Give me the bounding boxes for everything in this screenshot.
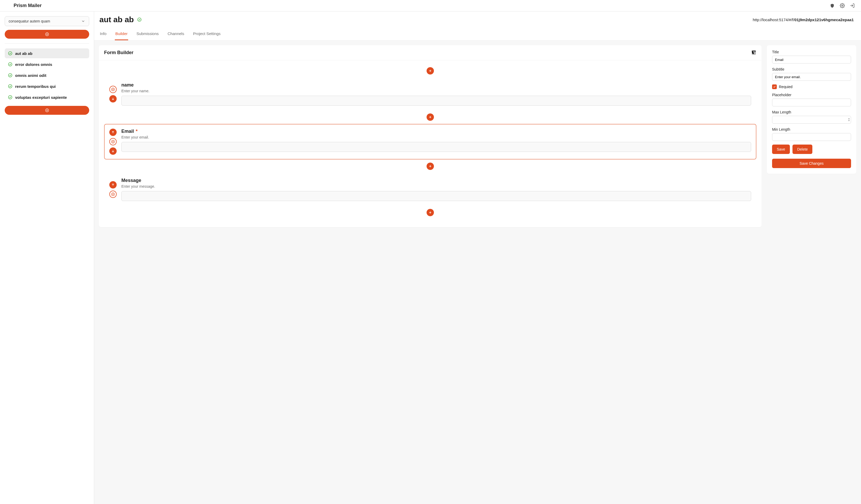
field-preview-input[interactable] bbox=[121, 191, 751, 201]
title-label: Title bbox=[772, 50, 851, 54]
field-title: Email * bbox=[121, 129, 751, 134]
subtitle-input[interactable] bbox=[772, 73, 851, 81]
svg-point-10 bbox=[112, 141, 113, 142]
field-main: Email *Enter your email. bbox=[121, 129, 751, 155]
check-circle-icon bbox=[8, 84, 13, 89]
sidebar-form-item[interactable]: voluptas excepturi sapiente bbox=[5, 92, 89, 102]
builder-body: nameEnter your name.Email *Enter your em… bbox=[99, 60, 762, 227]
builder-panel-title: Form Builder bbox=[104, 50, 133, 55]
title-input[interactable] bbox=[772, 56, 851, 64]
move-down-button[interactable] bbox=[109, 148, 117, 155]
sidebar-form-item[interactable]: aut ab ab bbox=[5, 48, 89, 58]
field-block[interactable]: nameEnter your name. bbox=[104, 78, 756, 110]
props-button-row: Save Delete bbox=[772, 144, 851, 154]
new-form-button[interactable] bbox=[5, 106, 89, 115]
sidebar-form-item[interactable]: rerum temporibus qui bbox=[5, 81, 89, 91]
sidebar-form-label: aut ab ab bbox=[15, 51, 32, 56]
arrow-up-icon bbox=[111, 183, 115, 187]
plus-icon bbox=[428, 164, 432, 168]
builder-panel-head: Form Builder bbox=[99, 45, 762, 60]
save-changes-button[interactable]: Save Changes bbox=[772, 159, 851, 168]
brand: Prism Mailer bbox=[6, 3, 42, 8]
tab-builder[interactable]: Builder bbox=[115, 29, 128, 40]
sidebar: consequatur autem quam aut ab aberror do… bbox=[0, 12, 94, 504]
properties-panel: Title Subtitle Requied Placehol bbox=[767, 45, 856, 174]
logout-icon[interactable] bbox=[849, 3, 855, 8]
gear-icon bbox=[111, 192, 115, 196]
move-down-button[interactable] bbox=[109, 95, 117, 102]
delete-button[interactable]: Delete bbox=[792, 144, 812, 154]
field-settings-button[interactable] bbox=[109, 191, 117, 198]
field-block[interactable]: Email *Enter your email. bbox=[104, 124, 756, 159]
add-field-button[interactable] bbox=[427, 67, 434, 74]
svg-point-8 bbox=[138, 18, 141, 22]
sidebar-form-item[interactable]: error dolores omnis bbox=[5, 59, 89, 69]
new-project-button[interactable] bbox=[5, 30, 89, 39]
svg-point-6 bbox=[8, 95, 12, 99]
plus-circle-icon bbox=[45, 32, 49, 36]
field-subtitle: Enter your email. bbox=[121, 135, 751, 139]
plus-icon bbox=[428, 69, 432, 73]
body: consequatur autem quam aut ab aberror do… bbox=[0, 12, 861, 504]
svg-point-2 bbox=[8, 52, 12, 55]
field-title: Message bbox=[121, 178, 751, 183]
arrow-down-icon bbox=[111, 97, 115, 101]
max-length-input[interactable] bbox=[772, 116, 851, 124]
move-up-button[interactable] bbox=[109, 181, 117, 188]
placeholder-input[interactable] bbox=[772, 99, 851, 107]
svg-point-9 bbox=[112, 89, 113, 90]
gear-icon[interactable] bbox=[839, 3, 845, 8]
min-length-input[interactable] bbox=[772, 133, 851, 141]
placeholder-label: Placeholder bbox=[772, 93, 851, 97]
field-controls bbox=[109, 129, 117, 155]
svg-point-0 bbox=[842, 5, 843, 6]
add-field-button[interactable] bbox=[427, 163, 434, 170]
builder-panel: Form Builder nameEnter your name.Email *… bbox=[99, 45, 762, 227]
form-url-prefix: http://localhost:5174/#/f/ bbox=[753, 17, 794, 22]
insert-row bbox=[104, 206, 756, 219]
move-up-button[interactable] bbox=[109, 129, 117, 136]
sidebar-form-label: rerum temporibus qui bbox=[15, 84, 56, 89]
sidebar-form-item[interactable]: omnis animi odit bbox=[5, 70, 89, 80]
field-title: name bbox=[121, 82, 751, 88]
plus-icon bbox=[428, 115, 432, 119]
sidebar-form-label: error dolores omnis bbox=[15, 62, 52, 67]
app-root: Prism Mailer consequatur autem quam bbox=[0, 0, 861, 504]
tab-channels[interactable]: Channels bbox=[167, 29, 184, 40]
plus-circle-icon bbox=[45, 108, 49, 112]
required-label: Requied bbox=[779, 85, 792, 89]
field-block[interactable]: MessageEnter your message. bbox=[104, 173, 756, 206]
tab-submissions[interactable]: Submissions bbox=[136, 29, 159, 40]
add-field-button[interactable] bbox=[427, 113, 434, 121]
required-checkbox-row[interactable]: Requied bbox=[772, 84, 851, 89]
tabs: InfoBuilderSubmissionsChannelsProject Se… bbox=[99, 29, 854, 40]
form-url: http://localhost:5174/#/f/01j9m2dpx121v6… bbox=[753, 17, 854, 22]
project-select[interactable]: consequatur autem quam bbox=[5, 16, 89, 26]
content: Form Builder nameEnter your name.Email *… bbox=[94, 41, 861, 504]
chevron-down-icon bbox=[81, 19, 85, 23]
stepper-buttons[interactable]: ▲▼ bbox=[848, 118, 850, 122]
divider bbox=[5, 43, 89, 44]
max-length-label: Max Length bbox=[772, 110, 851, 114]
field-preview-input[interactable] bbox=[121, 96, 751, 106]
page-title: aut ab ab bbox=[99, 15, 142, 24]
html5-icon[interactable] bbox=[751, 50, 756, 55]
main: aut ab ab http://localhost:5174/#/f/01j9… bbox=[94, 12, 861, 504]
field-subtitle: Enter your message. bbox=[121, 184, 751, 188]
field-main: nameEnter your name. bbox=[121, 82, 751, 106]
tab-project-settings[interactable]: Project Settings bbox=[192, 29, 221, 40]
add-field-button[interactable] bbox=[427, 209, 434, 216]
plus-icon bbox=[428, 210, 432, 215]
save-button[interactable]: Save bbox=[772, 144, 790, 154]
svg-point-3 bbox=[8, 62, 12, 66]
field-settings-button[interactable] bbox=[109, 86, 117, 93]
field-preview-input[interactable] bbox=[121, 142, 751, 152]
svg-point-4 bbox=[8, 73, 12, 77]
topbar: Prism Mailer bbox=[0, 0, 861, 12]
sidebar-form-label: omnis animi odit bbox=[15, 73, 46, 78]
shield-icon[interactable] bbox=[830, 3, 835, 8]
tab-info[interactable]: Info bbox=[99, 29, 107, 40]
field-settings-button[interactable] bbox=[109, 138, 117, 145]
check-circle-icon bbox=[137, 17, 142, 22]
field-subtitle: Enter your name. bbox=[121, 89, 751, 93]
